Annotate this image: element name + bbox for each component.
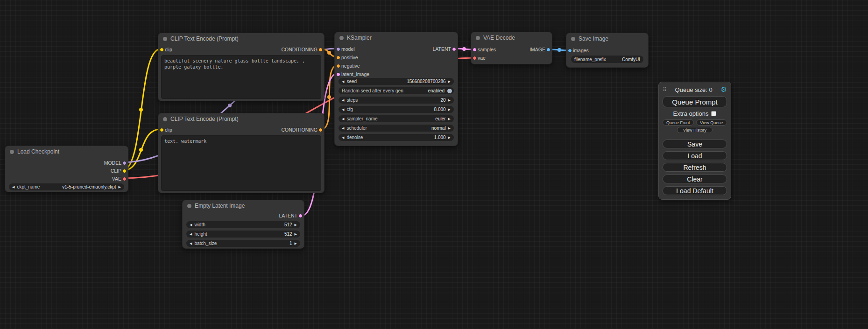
decrement-arrow-icon[interactable]: ◀: [342, 78, 344, 85]
settings-gear-icon[interactable]: ⚙: [721, 85, 727, 94]
toggle-knob-icon[interactable]: [447, 88, 452, 94]
output-port-latent[interactable]: [452, 47, 456, 51]
decrement-arrow-icon[interactable]: ◀: [190, 231, 192, 238]
widget-cfg[interactable]: ◀ cfg 8.000 ▶: [339, 106, 454, 113]
increment-arrow-icon[interactable]: ▶: [448, 106, 451, 113]
widget-denoise[interactable]: ◀ denoise 1.000 ▶: [339, 134, 454, 141]
decrement-arrow-icon[interactable]: ◀: [190, 240, 192, 247]
drag-handle-icon[interactable]: ⠿: [663, 86, 667, 93]
input-port-latent-image[interactable]: [336, 72, 340, 77]
collapse-toggle-icon[interactable]: [476, 36, 480, 40]
widget-batch-size[interactable]: ◀ batch_size 1 ▶: [186, 240, 300, 247]
node-empty-latent-image[interactable]: Empty Latent Image LATENT ◀ width 512 ▶ …: [182, 200, 304, 249]
output-label-conditioning: CONDITIONING: [281, 126, 318, 133]
increment-arrow-icon[interactable]: ▶: [295, 231, 297, 238]
decrement-arrow-icon[interactable]: ◀: [342, 106, 344, 113]
positive-prompt-textarea[interactable]: beautiful scenery nature glass bottle la…: [161, 55, 321, 99]
widget-ckpt-name[interactable]: ◀ ckpt_name v1-5-pruned-emaonly.ckpt ▶: [9, 183, 124, 190]
node-title: KSampler: [347, 35, 372, 41]
node-clip-text-encode-negative[interactable]: CLIP Text Encode (Prompt) clip CONDITION…: [158, 113, 325, 193]
link-midpoint-dot: [557, 48, 561, 52]
collapse-toggle-icon[interactable]: [163, 117, 167, 121]
view-queue-button[interactable]: View Queue: [696, 119, 727, 126]
widget-label: width: [194, 222, 205, 227]
output-port-latent[interactable]: [298, 214, 303, 218]
output-port-vae[interactable]: [122, 177, 127, 181]
output-port-clip[interactable]: [122, 169, 127, 173]
decrement-arrow-icon[interactable]: ◀: [342, 97, 344, 104]
decrement-arrow-icon[interactable]: ◀: [12, 183, 14, 190]
increment-arrow-icon[interactable]: ▶: [448, 97, 451, 104]
input-port-model[interactable]: [336, 47, 340, 51]
collapse-toggle-icon[interactable]: [10, 150, 14, 154]
input-port-clip[interactable]: [160, 128, 164, 132]
queue-panel: ⠿ Queue size: 0 ⚙ Queue Prompt Extra opt…: [658, 82, 731, 200]
widget-value: 8.000: [434, 107, 446, 112]
widget-value: 512: [284, 222, 292, 227]
widget-control-after-generate[interactable]: Random seed after every gen enabled: [339, 87, 454, 94]
decrement-arrow-icon[interactable]: ◀: [190, 221, 192, 228]
widget-value: 512: [284, 231, 292, 237]
node-header[interactable]: CLIP Text Encode (Prompt): [158, 113, 324, 125]
negative-prompt-textarea[interactable]: text, watermark: [161, 135, 321, 191]
input-port-positive[interactable]: [336, 56, 340, 60]
decrement-arrow-icon[interactable]: ◀: [342, 134, 344, 141]
load-default-button[interactable]: Load Default: [663, 186, 727, 195]
node-header[interactable]: KSampler: [335, 32, 458, 43]
node-clip-text-encode-positive[interactable]: CLIP Text Encode (Prompt) clip CONDITION…: [158, 33, 325, 101]
clear-button[interactable]: Clear: [663, 175, 727, 183]
input-port-clip[interactable]: [160, 48, 164, 52]
queue-front-button[interactable]: Queue Front: [663, 119, 694, 126]
node-header[interactable]: VAE Decode: [471, 32, 552, 43]
link-midpoint-dot: [327, 51, 331, 55]
load-button[interactable]: Load: [663, 151, 727, 160]
output-port-conditioning[interactable]: [318, 128, 323, 132]
node-header[interactable]: Empty Latent Image: [183, 200, 304, 211]
input-port-negative[interactable]: [336, 64, 340, 68]
input-port-samples[interactable]: [473, 48, 477, 52]
decrement-arrow-icon[interactable]: ◀: [342, 125, 344, 132]
view-history-button[interactable]: View History: [677, 127, 713, 133]
refresh-button[interactable]: Refresh: [663, 163, 727, 172]
port-row: model LATENT: [335, 46, 458, 52]
widget-sampler-name[interactable]: ◀ sampler_name euler ▶: [339, 115, 454, 122]
increment-arrow-icon[interactable]: ▶: [295, 221, 297, 228]
widget-value: ComfyUI: [622, 57, 640, 62]
widget-seed[interactable]: ◀ seed 156680208700286 ▶: [339, 78, 454, 85]
node-save-image[interactable]: Save Image images filename_prefix ComfyU…: [566, 33, 649, 68]
node-header[interactable]: CLIP Text Encode (Prompt): [158, 33, 324, 44]
input-port-images[interactable]: [568, 49, 572, 53]
save-button[interactable]: Save: [663, 140, 727, 148]
node-load-checkpoint[interactable]: Load Checkpoint MODEL CLIP VAE ◀ ckpt_na…: [5, 146, 128, 192]
extra-options-checkbox[interactable]: [711, 111, 716, 116]
output-port-image[interactable]: [546, 48, 550, 52]
collapse-toggle-icon[interactable]: [339, 36, 344, 40]
graph-canvas[interactable]: Load Checkpoint MODEL CLIP VAE ◀ ckpt_na…: [0, 0, 868, 329]
widget-height[interactable]: ◀ height 512 ▶: [186, 231, 300, 238]
node-header[interactable]: Load Checkpoint: [5, 146, 128, 157]
widget-width[interactable]: ◀ width 512 ▶: [186, 221, 300, 228]
widget-label: batch_size: [194, 241, 217, 246]
increment-arrow-icon[interactable]: ▶: [448, 134, 451, 141]
queue-prompt-button[interactable]: Queue Prompt: [663, 96, 727, 107]
increment-arrow-icon[interactable]: ▶: [448, 78, 451, 85]
increment-arrow-icon[interactable]: ▶: [119, 183, 121, 190]
collapse-toggle-icon[interactable]: [571, 37, 575, 41]
node-ksampler[interactable]: KSampler model LATENT positive negative …: [334, 32, 458, 146]
output-port-conditioning[interactable]: [318, 48, 323, 52]
increment-arrow-icon[interactable]: ▶: [448, 125, 451, 132]
collapse-toggle-icon[interactable]: [163, 37, 167, 41]
input-port-vae[interactable]: [473, 56, 477, 60]
increment-arrow-icon[interactable]: ▶: [448, 115, 451, 122]
output-port-model[interactable]: [122, 161, 127, 165]
widget-filename-prefix[interactable]: filename_prefix ComfyUI: [571, 56, 643, 63]
link-midpoint-dot: [139, 148, 143, 152]
collapse-toggle-icon[interactable]: [187, 204, 191, 208]
decrement-arrow-icon[interactable]: ◀: [342, 115, 344, 122]
output-label-image: IMAGE: [529, 46, 545, 53]
node-header[interactable]: Save Image: [566, 33, 648, 44]
node-vae-decode[interactable]: VAE Decode samples IMAGE vae: [471, 32, 552, 64]
widget-scheduler[interactable]: ◀ scheduler normal ▶: [339, 125, 454, 132]
increment-arrow-icon[interactable]: ▶: [295, 240, 297, 247]
widget-steps[interactable]: ◀ steps 20 ▶: [339, 97, 454, 104]
